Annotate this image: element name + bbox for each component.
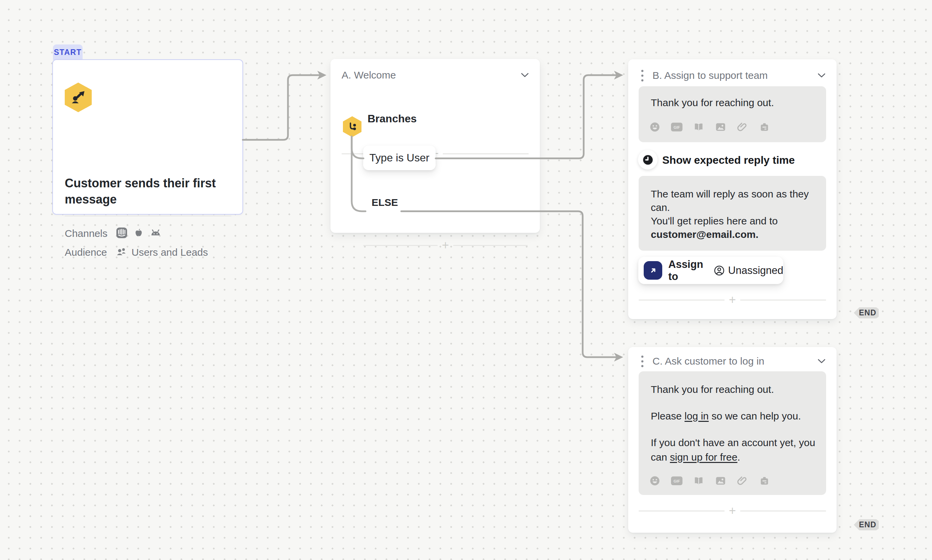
- assign-icon: [644, 261, 662, 280]
- svg-text:GIF: GIF: [673, 479, 680, 483]
- gif-icon[interactable]: GIF: [671, 477, 682, 485]
- node-a-title[interactable]: A. Welcome: [342, 69, 521, 81]
- node-a-card[interactable]: A. Welcome + Branches Type is User + ELS…: [330, 59, 540, 233]
- end-badge-c: END: [854, 519, 879, 530]
- drag-handle-icon[interactable]: [641, 355, 644, 368]
- people-icon: [115, 246, 128, 259]
- branch-condition-chip[interactable]: Type is User: [363, 146, 436, 170]
- attachment-icon[interactable]: [737, 475, 748, 486]
- attachment-icon[interactable]: [737, 122, 748, 132]
- reply-time-message-text: The team will reply as soon as theycan.Y…: [651, 187, 809, 241]
- message-text: Thank you for reaching out.Please log in…: [651, 382, 815, 464]
- channels-label: Channels: [65, 228, 115, 239]
- svg-text:GIF: GIF: [673, 125, 680, 129]
- workflow-canvas[interactable]: START Customer sends their first message…: [0, 0, 932, 560]
- emoji-icon[interactable]: [649, 121, 660, 133]
- start-badge: START: [53, 45, 83, 60]
- connector-else-to-c: [401, 211, 616, 357]
- android-channel-icon: [150, 227, 162, 241]
- composer-toolbar: GIF: [649, 121, 770, 133]
- assign-step-chip[interactable]: Assign to Unassigned: [638, 257, 783, 284]
- node-c-card[interactable]: C. Ask customer to log in Thank you for …: [628, 347, 836, 533]
- macro-icon[interactable]: [759, 475, 770, 486]
- chevron-down-icon[interactable]: [818, 359, 826, 363]
- gif-icon[interactable]: GIF: [671, 123, 682, 131]
- node-b-title[interactable]: B. Assign to support team: [653, 70, 818, 81]
- reply-time-label: Show expected reply time: [662, 154, 795, 166]
- branches-icon: [343, 116, 361, 137]
- add-step-divider: +: [639, 293, 826, 307]
- reply-time-step-icon: [638, 150, 657, 169]
- drag-handle-icon[interactable]: [641, 69, 644, 82]
- intercom-channel-icon: [115, 226, 128, 241]
- arrowhead-b: [614, 71, 623, 80]
- start-node-title: Customer sends their first message: [65, 175, 238, 208]
- node-c-title[interactable]: C. Ask customer to log in: [653, 355, 818, 367]
- add-branch-step-button[interactable]: +: [438, 239, 453, 251]
- arrowhead-c: [614, 353, 623, 362]
- apple-channel-icon: [134, 228, 144, 240]
- image-icon[interactable]: [715, 475, 726, 486]
- message-composer-block[interactable]: Thank you for reaching out.Please log in…: [639, 371, 826, 495]
- new-conversation-icon: [65, 83, 92, 112]
- connector-start-to-a: [243, 75, 319, 140]
- start-title-divider: [65, 215, 231, 216]
- add-branch-step-divider: +: [363, 238, 528, 252]
- end-badge-b: END: [854, 307, 879, 318]
- channels-row: Channels: [65, 226, 162, 241]
- image-icon[interactable]: [715, 121, 726, 133]
- message-text: Thank you for reaching out.: [651, 97, 774, 109]
- article-icon[interactable]: [693, 475, 704, 486]
- add-step-divider: +: [639, 504, 826, 517]
- start-node-card[interactable]: Customer sends their first message Chann…: [52, 59, 243, 215]
- add-step-button[interactable]: +: [725, 505, 740, 517]
- unassigned-avatar-icon: [713, 265, 725, 276]
- audience-label: Audience: [65, 247, 115, 258]
- branches-label: Branches: [367, 112, 417, 125]
- emoji-icon[interactable]: [649, 475, 660, 486]
- message-composer-block[interactable]: Thank you for reaching out. GIF: [639, 86, 826, 142]
- add-step-button[interactable]: +: [725, 294, 740, 306]
- assignee-value[interactable]: Unassigned: [728, 265, 783, 277]
- chevron-down-icon[interactable]: [521, 73, 529, 77]
- chevron-down-icon[interactable]: [818, 73, 826, 78]
- node-b-card[interactable]: B. Assign to support team Thank you for …: [628, 59, 836, 319]
- article-icon[interactable]: [693, 122, 704, 132]
- composer-toolbar: GIF: [649, 475, 770, 486]
- reply-time-message-block[interactable]: The team will reply as soon as theycan.Y…: [639, 176, 826, 251]
- arrowhead-a: [317, 71, 326, 80]
- assign-label: Assign to: [668, 258, 710, 283]
- audience-row: Audience Users and Leads: [65, 245, 208, 260]
- audience-value: Users and Leads: [131, 247, 208, 258]
- else-branch-label[interactable]: ELSE: [372, 197, 398, 208]
- macro-icon[interactable]: [759, 122, 770, 132]
